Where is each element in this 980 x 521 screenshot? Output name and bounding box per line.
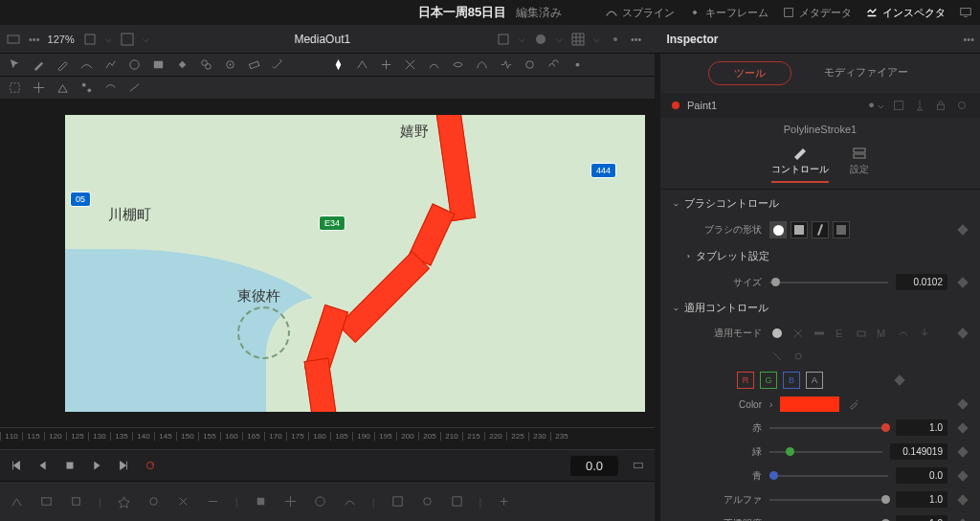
n11-icon[interactable] <box>343 494 357 509</box>
kf-brush[interactable] <box>957 224 968 235</box>
wand-icon[interactable] <box>271 57 285 72</box>
opt-icon[interactable] <box>496 32 511 47</box>
screen-icon[interactable] <box>959 6 972 19</box>
pointer-icon[interactable] <box>8 57 22 72</box>
n3-icon[interactable] <box>69 494 83 509</box>
slider-size[interactable] <box>769 282 888 283</box>
section-apply[interactable]: ⌵適用コントロール <box>660 294 980 322</box>
slider-alpha[interactable] <box>769 499 888 501</box>
version-icon[interactable] <box>892 99 905 112</box>
value-red[interactable]: 1.0 <box>896 419 947 436</box>
rgb-icon[interactable] <box>533 32 548 47</box>
loop-icon[interactable] <box>144 459 157 472</box>
value-size[interactable]: 0.0102 <box>896 274 947 290</box>
slider-red[interactable] <box>769 427 888 429</box>
curve2-icon[interactable] <box>451 57 465 72</box>
tool-a-icon[interactable] <box>355 57 369 72</box>
n5-icon[interactable] <box>146 494 161 509</box>
kf-green[interactable] <box>957 446 968 457</box>
n4-icon[interactable] <box>117 494 131 509</box>
n8-icon[interactable] <box>254 494 268 509</box>
n1-icon[interactable] <box>10 494 24 509</box>
slider-green[interactable] <box>769 451 882 453</box>
sel-icon[interactable] <box>8 80 22 95</box>
mode-color-icon[interactable] <box>769 326 785 341</box>
kf-rgba[interactable] <box>894 374 904 385</box>
last-frame-icon[interactable] <box>117 459 130 472</box>
brush-line[interactable] <box>812 221 829 238</box>
fill-icon[interactable] <box>175 57 189 72</box>
value-green[interactable]: 0.149019 <box>890 443 947 460</box>
window-icon[interactable] <box>120 32 135 47</box>
channel-g[interactable]: G <box>760 372 777 389</box>
n6-icon[interactable] <box>176 494 190 509</box>
section-tablet[interactable]: ›タブレット設定 <box>660 242 980 270</box>
n10-icon[interactable] <box>313 494 327 509</box>
mode-8-icon[interactable] <box>917 326 932 341</box>
n13-icon[interactable] <box>420 494 434 509</box>
brush1-icon[interactable] <box>32 57 46 72</box>
kf-blue[interactable] <box>957 470 968 481</box>
zoom-level[interactable]: 127% <box>48 34 75 45</box>
mode-7-icon[interactable] <box>896 326 911 341</box>
mode-10-icon[interactable] <box>791 349 806 364</box>
viewer-canvas[interactable]: 嬉野 川棚町 東彼杵 444 05 E34 <box>0 99 655 427</box>
reset-icon[interactable] <box>955 99 969 112</box>
aux-icon[interactable] <box>608 32 623 47</box>
t2-icon[interactable] <box>79 80 94 95</box>
mode-2-icon[interactable] <box>791 326 806 341</box>
stop-icon[interactable] <box>63 459 77 472</box>
channel-a[interactable]: A <box>806 372 823 389</box>
circle-icon[interactable] <box>127 57 142 72</box>
channel-r[interactable]: R <box>737 372 754 389</box>
timecode[interactable]: 0.0 <box>570 456 618 476</box>
lock-icon[interactable] <box>934 99 947 112</box>
t4-icon[interactable] <box>127 80 142 95</box>
move-icon[interactable] <box>32 80 46 95</box>
tab-tool[interactable]: ツール <box>708 61 791 85</box>
pen-icon[interactable] <box>331 57 345 72</box>
timeline-ruler[interactable]: 1101151201251301351401451501551601651701… <box>0 427 655 444</box>
curve1-icon[interactable] <box>427 57 441 72</box>
loop2-icon[interactable] <box>546 57 561 72</box>
mode-3-icon[interactable] <box>812 326 827 341</box>
clone1-icon[interactable] <box>199 57 213 72</box>
brush-square[interactable] <box>791 221 808 238</box>
kf-color[interactable] <box>957 398 968 409</box>
play-rev-icon[interactable] <box>36 459 50 472</box>
mode-9-icon[interactable] <box>769 349 785 364</box>
clone2-icon[interactable] <box>223 57 237 72</box>
rect-icon[interactable] <box>151 57 166 72</box>
tab-metadata[interactable]: メタデータ <box>782 6 852 20</box>
pin-icon[interactable] <box>913 99 926 112</box>
tool-c-icon[interactable] <box>403 57 417 72</box>
n12-icon[interactable] <box>390 494 405 509</box>
n7-icon[interactable] <box>206 494 220 509</box>
tab-spline[interactable]: スプライン <box>605 6 675 20</box>
channel-b[interactable]: B <box>783 372 800 389</box>
kf-size[interactable] <box>957 277 968 287</box>
color-swatch[interactable] <box>780 396 839 412</box>
tab-inspector[interactable]: インスペクタ <box>865 6 946 20</box>
mode-5-icon[interactable] <box>854 326 869 341</box>
tool-b-icon[interactable] <box>379 57 393 72</box>
kf-red[interactable] <box>957 422 968 433</box>
layout-icon[interactable] <box>6 32 21 47</box>
loop1-icon[interactable] <box>523 57 537 72</box>
brush-soft[interactable] <box>769 221 787 238</box>
subtab-settings[interactable]: 設定 <box>850 147 869 183</box>
mode-6-icon[interactable]: M <box>875 326 890 341</box>
kf-alpha[interactable] <box>957 494 968 505</box>
n15-icon[interactable] <box>497 494 511 509</box>
brush2-icon[interactable] <box>56 57 70 72</box>
curve3-icon[interactable] <box>475 57 489 72</box>
poly-icon[interactable] <box>103 57 118 72</box>
erase-icon[interactable] <box>247 57 261 72</box>
n14-icon[interactable] <box>450 494 464 509</box>
n2-icon[interactable] <box>39 494 54 509</box>
mode-4-icon[interactable]: E <box>833 326 848 341</box>
brush3-icon[interactable] <box>79 57 94 72</box>
value-opacity[interactable]: 1.0 <box>896 515 947 521</box>
t1-icon[interactable] <box>56 80 70 95</box>
kf-mode[interactable] <box>957 328 968 338</box>
